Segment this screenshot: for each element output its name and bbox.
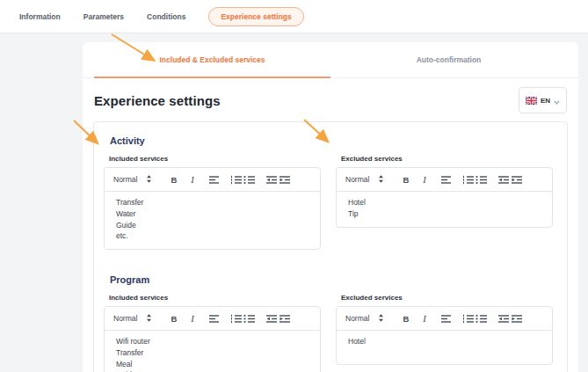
bold-button[interactable]: B: [399, 312, 412, 325]
format-select[interactable]: Normal: [345, 310, 385, 326]
nav-item-information[interactable]: Information: [19, 12, 61, 21]
bullet-list-icon[interactable]: [243, 173, 256, 186]
program-included-editor: Normal B I: [104, 306, 321, 372]
format-select[interactable]: Normal: [113, 310, 153, 326]
ordered-list-icon[interactable]: [229, 173, 243, 186]
program-included-editor-content[interactable]: Wifi router Transfer Meal Guide Water et…: [105, 331, 320, 372]
indent-icon[interactable]: [510, 312, 523, 325]
format-select-value: Normal: [345, 175, 369, 184]
included-services-label: Included services: [109, 294, 321, 302]
excluded-services-label: Excluded services: [341, 294, 553, 302]
uk-flag-icon: [526, 92, 537, 108]
activity-excluded-column: Excluded services Normal B I: [336, 148, 553, 228]
ordered-list-icon[interactable]: [229, 312, 243, 325]
format-select-value: Normal: [345, 314, 369, 323]
align-icon[interactable]: [207, 173, 221, 186]
included-services-label: Included services: [109, 155, 321, 163]
page-title: Experience settings: [94, 93, 221, 108]
language-code: EN: [541, 97, 550, 105]
format-select-value: Normal: [113, 175, 137, 184]
outdent-icon[interactable]: [497, 312, 510, 325]
activity-included-column: Included services Normal B I: [104, 148, 321, 250]
indent-icon[interactable]: [278, 173, 291, 186]
ordered-list-icon[interactable]: [461, 173, 475, 186]
format-stepper-icon: [377, 171, 385, 187]
activity-excluded-editor-content[interactable]: Hotel Tip: [337, 192, 552, 227]
indent-icon[interactable]: [510, 173, 523, 186]
activity-editors-row: Included services Normal B I: [104, 148, 557, 250]
indent-icon[interactable]: [278, 312, 291, 325]
format-stepper-icon: [377, 310, 385, 326]
activity-included-editor-content[interactable]: Transfer Water Guide etc.: [105, 192, 320, 249]
activity-included-editor: Normal B I: [104, 167, 321, 250]
format-select-value: Normal: [113, 314, 137, 323]
outdent-icon[interactable]: [265, 312, 278, 325]
editor-toolbar: Normal B I: [337, 168, 552, 192]
language-selector[interactable]: EN: [519, 87, 567, 113]
editor-toolbar: Normal B I: [337, 307, 552, 331]
align-icon[interactable]: [207, 312, 221, 325]
ordered-list-icon[interactable]: [461, 312, 475, 325]
program-excluded-column: Excluded services Normal B I: [336, 287, 553, 365]
section-title-program: Program: [110, 274, 557, 285]
italic-button[interactable]: I: [185, 173, 199, 186]
bold-button[interactable]: B: [167, 173, 180, 186]
tab-included-excluded-services[interactable]: Included & Excluded services: [94, 42, 330, 78]
settings-tabs: Included & Excluded services Auto-confir…: [83, 42, 578, 78]
editor-toolbar: Normal B I: [105, 307, 320, 331]
section-title-activity: Activity: [110, 135, 557, 146]
nav-item-parameters[interactable]: Parameters: [83, 12, 124, 21]
program-editors-row: Included services Normal B I: [104, 287, 557, 372]
format-select[interactable]: Normal: [113, 171, 153, 187]
format-select[interactable]: Normal: [345, 171, 385, 187]
bold-button[interactable]: B: [399, 173, 412, 186]
tab-auto-confirmation[interactable]: Auto-confirmation: [330, 42, 567, 78]
italic-button[interactable]: I: [185, 312, 199, 325]
excluded-services-label: Excluded services: [341, 155, 553, 163]
nav-item-experience-settings[interactable]: Experience settings: [208, 7, 303, 26]
italic-button[interactable]: I: [417, 173, 431, 186]
card-header: Experience settings EN: [83, 78, 578, 121]
bold-button[interactable]: B: [167, 312, 180, 325]
editor-toolbar: Normal B I: [105, 168, 320, 192]
bullet-list-icon[interactable]: [475, 173, 488, 186]
outdent-icon[interactable]: [497, 173, 510, 186]
services-sections-box: Activity Included services Normal B I: [93, 121, 568, 372]
align-icon[interactable]: [439, 173, 453, 186]
nav-item-conditions[interactable]: Conditions: [147, 12, 185, 21]
top-navigation: Information Parameters Conditions Experi…: [0, 0, 588, 33]
activity-excluded-editor: Normal B I: [336, 167, 553, 228]
program-excluded-editor: Normal B I: [336, 306, 553, 365]
align-icon[interactable]: [439, 312, 453, 325]
format-stepper-icon: [145, 171, 153, 187]
bullet-list-icon[interactable]: [243, 312, 256, 325]
outdent-icon[interactable]: [265, 173, 278, 186]
program-included-column: Included services Normal B I: [104, 287, 321, 372]
program-excluded-editor-content[interactable]: Hotel: [337, 331, 552, 364]
format-stepper-icon: [145, 310, 153, 326]
chevron-down-icon: [554, 92, 560, 108]
experience-settings-card: Included & Excluded services Auto-confir…: [83, 42, 578, 372]
italic-button[interactable]: I: [417, 312, 431, 325]
bullet-list-icon[interactable]: [475, 312, 488, 325]
